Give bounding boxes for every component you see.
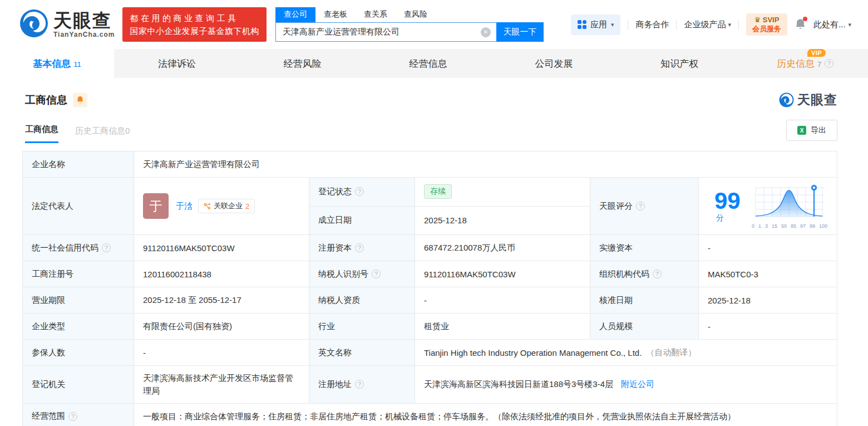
- tab-legal-proceedings[interactable]: 法律诉讼: [114, 49, 240, 78]
- help-icon[interactable]: ?: [372, 270, 381, 278]
- search-box: 查公司 查老板 查关系 查风险 ✕ 天眼一下: [275, 7, 544, 42]
- field-value-paid-capital: -: [699, 235, 837, 261]
- tianyancha-logo[interactable]: 天眼查 TianYanCha.com: [19, 9, 115, 40]
- help-icon[interactable]: ?: [355, 243, 364, 252]
- help-icon[interactable]: ?: [355, 187, 364, 196]
- top-header: 天眼查 TianYanCha.com 都在用的商业查询工具 国家中小企业发展子基…: [0, 0, 868, 49]
- tab-operating-risk[interactable]: 经营风险: [240, 49, 366, 78]
- member-service-label: 会员服务: [752, 25, 781, 33]
- label-text: 组织机构代码: [599, 269, 649, 280]
- field-label-taxpayer-id: 纳税人识别号?: [309, 261, 415, 287]
- related-companies-label: 关联企业: [214, 201, 243, 211]
- search-tab-company[interactable]: 查公司: [275, 7, 315, 22]
- subtab-business-info[interactable]: 工商信息: [25, 124, 58, 143]
- field-label-company-type: 企业类型: [23, 314, 134, 340]
- tab-intellectual-property[interactable]: 知识产权: [617, 49, 742, 78]
- field-value-staff-size: -: [699, 314, 837, 340]
- export-button[interactable]: X 导出: [786, 120, 837, 141]
- tab-company-development[interactable]: 公司发展: [491, 49, 617, 78]
- help-icon[interactable]: ?: [68, 412, 77, 421]
- enterprise-products-label: 企业级产品: [684, 19, 726, 30]
- field-value-insured: -: [134, 340, 309, 366]
- caret-down-icon: ▾: [848, 21, 851, 28]
- promo-line2: 国家中小企业发展子基金旗下机构: [130, 25, 259, 37]
- help-icon[interactable]: ?: [355, 380, 364, 389]
- label-text: 注册资本: [318, 243, 352, 253]
- svip-label: SVIP: [763, 16, 780, 24]
- tab-label: 基本信息: [33, 57, 71, 70]
- help-icon[interactable]: ?: [825, 59, 834, 68]
- field-value-score: 99分 0131550859799100: [699, 178, 837, 235]
- field-label-term: 营业期限: [23, 287, 134, 314]
- search-input-wrap: ✕: [275, 22, 496, 42]
- legal-rep-name-link[interactable]: 于浛: [176, 201, 193, 212]
- promo-banner: 都在用的商业查询工具 国家中小企业发展子基金旗下机构: [122, 7, 267, 42]
- monitor-bell-button[interactable]: [73, 93, 87, 107]
- legal-rep-avatar[interactable]: 于: [143, 193, 169, 219]
- tab-basic-info[interactable]: 基本信息 11: [0, 49, 114, 78]
- brand-domain: TianYanCha.com: [53, 31, 115, 38]
- status-badge: 存续: [424, 184, 452, 199]
- field-value-taxpayer-id: 91120116MAK50TC03W: [415, 261, 590, 287]
- notification-bell[interactable]: [795, 18, 806, 31]
- help-icon[interactable]: ?: [653, 270, 662, 278]
- search-tab-relation[interactable]: 查关系: [356, 7, 396, 22]
- excel-icon: X: [797, 126, 806, 135]
- field-label-en-name: 英文名称: [309, 340, 415, 366]
- field-label-address: 注册地址?: [309, 366, 415, 404]
- field-label-industry: 行业: [309, 314, 415, 340]
- help-icon[interactable]: ?: [102, 243, 111, 252]
- enterprise-products-link[interactable]: 企业级产品 ▾: [684, 19, 731, 30]
- field-label-company-name: 企业名称: [23, 151, 134, 178]
- search-input[interactable]: [283, 27, 481, 37]
- tab-count: 7: [817, 60, 821, 68]
- subtab-history-business-info[interactable]: 历史工商信息0: [75, 126, 130, 143]
- user-menu[interactable]: 此处有... ▾: [813, 19, 851, 30]
- tab-count: 11: [73, 60, 81, 68]
- field-value-authority: 天津滨海高新技术产业开发区市场监督管理局: [134, 366, 309, 404]
- clear-icon[interactable]: ✕: [481, 27, 491, 37]
- section-title: 工商信息: [25, 93, 67, 107]
- auto-translate-note: （自动翻译）: [646, 347, 696, 358]
- label-text: 纳税人识别号: [318, 269, 368, 280]
- field-value-established: 2025-12-18: [415, 207, 590, 236]
- username: 此处有...: [813, 19, 846, 30]
- search-tab-boss[interactable]: 查老板: [315, 7, 356, 22]
- field-value-address: 天津滨海高新区滨海科技园日新道188号3号楼3-4层 附近公司: [415, 366, 837, 404]
- help-icon[interactable]: ?: [636, 202, 645, 210]
- header-right: 应用 ▾ 商务合作 企业级产品 ▾ ♛ SVIP 会员服务 此处有... ▾: [571, 13, 851, 36]
- score-unit: 分: [716, 213, 724, 222]
- score-number: 99: [714, 188, 741, 214]
- search-button[interactable]: 天眼一下: [496, 22, 544, 42]
- tab-history-info[interactable]: VIP 历史信息 7 ?: [742, 49, 868, 78]
- tab-label: 历史信息: [777, 57, 815, 70]
- field-value-org-code: MAK50TC0-3: [699, 261, 837, 287]
- field-label-org-code: 组织机构代码?: [590, 261, 699, 287]
- brand-name: 天眼查: [53, 11, 115, 30]
- field-value-uscc: 91120116MAK50TC03W: [134, 235, 309, 261]
- related-companies-count: 2: [245, 202, 249, 210]
- promo-line1: 都在用的商业查询工具: [130, 12, 259, 25]
- field-label-scope: 经营范围?: [23, 404, 134, 426]
- field-value-en-name: Tianjin High tech Industry Operation Man…: [415, 340, 837, 366]
- tab-operating-info[interactable]: 经营信息: [366, 49, 491, 78]
- score-axis: 0131550859799100: [751, 223, 828, 229]
- field-label-taxpayer-quality: 纳税人资质: [309, 287, 415, 314]
- field-label-established: 成立日期: [309, 207, 415, 236]
- score-distribution-chart: 0131550859799100: [751, 183, 828, 229]
- label-text: 统一社会信用代码: [32, 243, 98, 253]
- business-cooperation-link[interactable]: 商务合作: [635, 19, 669, 30]
- search-tabs: 查公司 查老板 查关系 查风险: [275, 7, 544, 22]
- vip-badge: VIP: [807, 49, 826, 57]
- nearby-companies-link[interactable]: 附近公司: [621, 379, 654, 390]
- bell-icon: [76, 96, 84, 104]
- svip-member-button[interactable]: ♛ SVIP 会员服务: [746, 13, 787, 36]
- field-value-scope: 一般项目：商业综合体管理服务；住房租赁；非居住房地产租赁；机械设备租赁；停车场服…: [134, 404, 837, 426]
- related-companies-badge[interactable]: 关联企业 2: [198, 199, 255, 213]
- label-text: 天眼评分: [599, 201, 633, 212]
- apps-menu[interactable]: 应用 ▾: [571, 14, 621, 35]
- field-value-industry: 租赁业: [415, 314, 590, 340]
- field-value-reg-no: 120116002118438: [134, 261, 309, 287]
- field-value-company-name: 天津高新产业运营管理有限公司: [134, 151, 837, 178]
- search-tab-risk[interactable]: 查风险: [396, 7, 436, 22]
